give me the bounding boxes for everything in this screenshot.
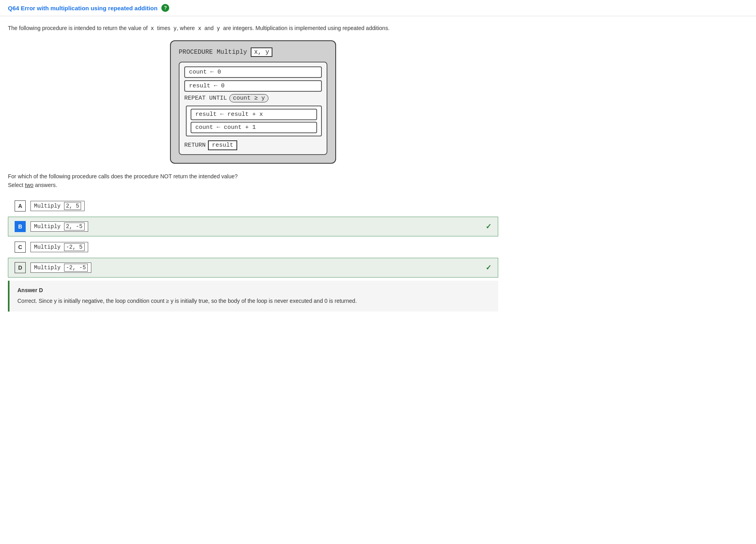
page-title[interactable]: Q64 Error with multiplication using repe… bbox=[8, 5, 157, 11]
answer-letter-b: B bbox=[15, 221, 26, 232]
intro-text: The following procedure is intended to r… bbox=[8, 24, 498, 32]
select-note: Select two answers. bbox=[8, 182, 498, 188]
answer-explanation: Answer D Correct. Since y is initially n… bbox=[8, 281, 498, 312]
answer-params-b: 2, -5 bbox=[64, 223, 85, 230]
result-assign: result ← 0 bbox=[184, 80, 322, 92]
answer-code-a: Multiply 2, 5 bbox=[30, 201, 85, 211]
answer-code-c: Multiply -2, 5 bbox=[30, 242, 88, 252]
answer-params-c: -2, 5 bbox=[64, 243, 85, 251]
return-value: result bbox=[208, 140, 237, 150]
proc-inner-box: count ← 0 result ← 0 REPEAT UNTIL count … bbox=[179, 62, 327, 155]
explanation-text: Correct. Since y is initially negative, … bbox=[17, 297, 490, 305]
page-header: Q64 Error with multiplication using repe… bbox=[0, 0, 756, 16]
checkmark-d: ✓ bbox=[486, 263, 491, 272]
answer-option-c[interactable]: C Multiply -2, 5 bbox=[8, 237, 498, 257]
diagram-container: PROCEDURE Multiply x, y count ← 0 result… bbox=[8, 40, 498, 164]
checkmark-b: ✓ bbox=[486, 222, 491, 231]
proc-params: x, y bbox=[251, 47, 272, 57]
explanation-label: Answer D bbox=[17, 287, 490, 293]
return-keyword: RETURN bbox=[184, 142, 206, 149]
question-badge: ? bbox=[161, 4, 169, 12]
answer-code-b: Multiply 2, -5 bbox=[30, 221, 88, 232]
answer-letter-c: C bbox=[15, 242, 26, 253]
proc-header: PROCEDURE Multiply x, y bbox=[179, 47, 327, 57]
main-content: The following procedure is intended to r… bbox=[0, 16, 506, 327]
return-line: RETURN result bbox=[184, 140, 322, 150]
answer-letter-a: A bbox=[15, 200, 26, 212]
result-update: result ← result + x bbox=[191, 109, 317, 120]
answer-option-a[interactable]: A Multiply 2, 5 bbox=[8, 196, 498, 216]
repeat-condition: count ≥ y bbox=[229, 94, 268, 102]
answer-params-a: 2, 5 bbox=[64, 202, 81, 210]
count-assign: count ← 0 bbox=[184, 66, 322, 78]
procedure-box: PROCEDURE Multiply x, y count ← 0 result… bbox=[170, 40, 336, 164]
count-update: count ← count + 1 bbox=[191, 122, 317, 133]
answer-params-d: -2, -5 bbox=[64, 264, 88, 272]
question-text: For which of the following procedure cal… bbox=[8, 173, 498, 179]
answer-code-d: Multiply -2, -5 bbox=[30, 263, 91, 273]
repeat-keyword: REPEAT UNTIL bbox=[184, 95, 227, 102]
answer-letter-d: D bbox=[15, 262, 26, 273]
answer-option-b[interactable]: B Multiply 2, -5 ✓ bbox=[8, 217, 498, 236]
repeat-header: REPEAT UNTIL count ≥ y bbox=[184, 94, 322, 102]
repeat-body: result ← result + x count ← count + 1 bbox=[186, 106, 322, 136]
proc-name: PROCEDURE Multiply bbox=[179, 49, 251, 56]
answer-option-d[interactable]: D Multiply -2, -5 ✓ bbox=[8, 258, 498, 278]
